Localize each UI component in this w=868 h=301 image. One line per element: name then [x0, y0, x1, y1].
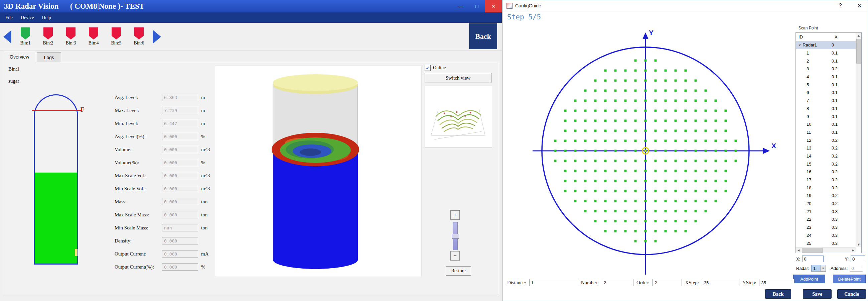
bin-item-bin5[interactable]: Bin:5	[107, 27, 126, 46]
param-input-distance[interactable]	[529, 279, 578, 286]
scan-point-row[interactable]: 40.1	[796, 73, 856, 81]
scan-point-row[interactable]: 130.2	[796, 144, 856, 152]
scan-point-row[interactable]: 140.2	[796, 152, 856, 160]
param-input-order[interactable]	[652, 279, 682, 286]
help-button[interactable]: ?	[836, 2, 844, 9]
hscrollbar-thumb[interactable]	[802, 248, 823, 253]
bin-item-bin2[interactable]: Bin:2	[39, 27, 58, 46]
left-titlebar[interactable]: 3D Radar Vision ( COM8|None )- TEST — □ …	[0, 0, 502, 12]
field-value-input[interactable]	[162, 211, 198, 218]
expander-icon[interactable]: ∨	[799, 43, 801, 47]
menu-item-device[interactable]: Device	[17, 14, 38, 22]
scan-point-row[interactable]: 190.2	[796, 192, 856, 200]
scan-point-row[interactable]: 100.1	[796, 120, 856, 129]
tank-3d-view[interactable]	[215, 65, 422, 277]
dialog-close-button[interactable]: ✕	[856, 2, 864, 9]
wizard-save-button[interactable]: Save	[803, 289, 832, 299]
maximize-button[interactable]: □	[468, 0, 485, 12]
field-value-input[interactable]	[162, 237, 198, 245]
scan-point-row[interactable]: 90.1	[796, 112, 856, 120]
param-input-ystep[interactable]	[759, 279, 794, 286]
scan-point-row[interactable]: 160.2	[796, 168, 856, 176]
y-coordinate-input[interactable]	[850, 255, 865, 262]
scan-point-row[interactable]: 200.2	[796, 200, 856, 208]
scroll-up-icon[interactable]: ▲	[856, 33, 861, 38]
bin-item-bin3[interactable]: Bin:3	[61, 27, 80, 46]
scan-point-row[interactable]: 110.1	[796, 129, 856, 136]
tab-logs[interactable]: Logs	[37, 52, 61, 62]
column-header-x[interactable]: X	[832, 33, 856, 41]
field-value-input[interactable]	[162, 172, 198, 179]
add-point-button[interactable]: AddPoint	[793, 275, 825, 283]
field-value-input[interactable]	[162, 224, 198, 231]
scroll-left-icon[interactable]: ◀	[796, 247, 801, 253]
scan-point-row[interactable]: 30.2	[796, 65, 856, 73]
scan-point-row[interactable]: 10.1	[796, 49, 856, 57]
delete-point-button[interactable]: DeletePoint	[833, 275, 866, 283]
back-button[interactable]: Back	[469, 23, 497, 49]
point-id: Radar1	[803, 43, 817, 48]
scan-point-row[interactable]: 230.3	[796, 223, 856, 231]
scan-point-row[interactable]: 180.2	[796, 184, 856, 192]
zoom-slider[interactable]	[453, 222, 458, 250]
scan-point-row[interactable]: 50.1	[796, 81, 856, 89]
point-id: 1	[807, 51, 809, 56]
column-header-id[interactable]: ID	[796, 33, 832, 41]
field-value-input[interactable]	[162, 133, 198, 140]
bin-item-bin6[interactable]: Bin:6	[130, 27, 148, 46]
cell-id: 15	[796, 162, 829, 167]
param-input-xstep[interactable]	[702, 279, 739, 286]
scan-point-row[interactable]: 60.1	[796, 89, 856, 97]
scan-point-row[interactable]: 210.3	[796, 207, 856, 215]
field-value-input[interactable]	[162, 94, 198, 101]
wizard-back-button[interactable]: Back	[765, 289, 791, 299]
field-value-input[interactable]	[162, 263, 198, 271]
right-titlebar[interactable]: ConfigGuide ? ✕	[502, 0, 868, 11]
scan-point-row[interactable]: ∨Radar10	[796, 41, 856, 49]
scan-point-row[interactable]: 250.3	[796, 239, 856, 247]
scroll-right-icon[interactable]: ▶	[850, 247, 856, 253]
address-input[interactable]	[849, 265, 863, 272]
scroll-down-icon[interactable]: ▼	[856, 242, 861, 247]
zoom-slider-handle[interactable]	[452, 234, 459, 239]
menu-item-file[interactable]: File	[1, 14, 17, 22]
vertical-scrollbar[interactable]: ▲ ▼	[856, 33, 861, 247]
scan-point-row[interactable]: 70.1	[796, 97, 856, 105]
field-value-input[interactable]	[162, 185, 198, 192]
surface-thumbnail[interactable]	[425, 86, 492, 147]
scan-area-plot[interactable]: Y X	[505, 20, 799, 284]
zoom-out-button[interactable]: −	[451, 251, 460, 261]
online-checkbox[interactable]: ✓	[425, 65, 431, 71]
zoom-in-button[interactable]: +	[451, 210, 460, 220]
horizontal-scrollbar[interactable]: ◀ ▶	[796, 247, 856, 253]
scan-point-row[interactable]: 120.2	[796, 136, 856, 144]
radar-select[interactable]: 1 ▼	[811, 265, 826, 272]
tab-overview[interactable]: Overview	[3, 51, 36, 62]
scan-point-row[interactable]: 20.1	[796, 57, 856, 65]
field-value-input[interactable]	[162, 250, 198, 257]
vscrollbar-thumb[interactable]	[856, 39, 861, 63]
menu-item-help[interactable]: Help	[38, 14, 55, 22]
switch-view-button[interactable]: Switch view	[425, 73, 492, 83]
prev-bin-arrow-icon[interactable]	[3, 30, 11, 44]
scan-point-row[interactable]: 220.3	[796, 215, 856, 223]
scan-point-row[interactable]: 170.2	[796, 176, 856, 184]
field-value-input[interactable]	[162, 120, 198, 127]
dropdown-arrow-icon[interactable]: ▼	[820, 265, 826, 271]
field-value-input[interactable]	[162, 159, 198, 166]
param-input-number[interactable]	[602, 279, 633, 286]
scan-point-row[interactable]: 240.3	[796, 231, 856, 240]
field-value-input[interactable]	[162, 146, 198, 153]
bin-item-bin4[interactable]: Bin:4	[84, 27, 103, 46]
next-bin-arrow-icon[interactable]	[153, 30, 161, 44]
wizard-cancel-button[interactable]: Cancle	[837, 289, 866, 299]
close-button[interactable]: ✕	[485, 0, 502, 12]
minimize-button[interactable]: —	[452, 0, 468, 12]
bin-item-bin1[interactable]: Bin:1	[16, 27, 35, 46]
field-value-input[interactable]	[162, 107, 198, 114]
scan-point-row[interactable]: 80.1	[796, 105, 856, 113]
field-value-input[interactable]	[162, 198, 198, 206]
x-coordinate-input[interactable]	[802, 255, 824, 262]
scan-point-row[interactable]: 150.2	[796, 160, 856, 168]
restore-button[interactable]: Restore	[446, 266, 471, 276]
